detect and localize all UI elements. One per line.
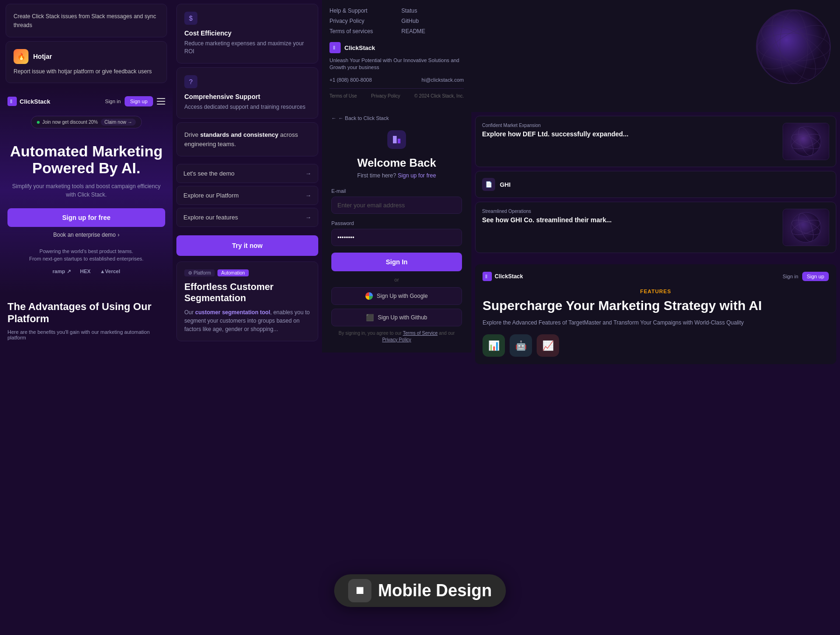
feature-icon-box-3: 📈 — [537, 334, 559, 357]
ghi-icon: 📄 — [482, 178, 495, 191]
password-input[interactable] — [331, 229, 462, 246]
seg-tags: ⚙ Platform Automation — [184, 269, 310, 276]
ghi-card: 📄 GHI — [475, 171, 836, 198]
platform-icon: ⚙ — [188, 270, 194, 275]
footer-copyright: © 2024 Click Stack, Inc. — [414, 93, 464, 99]
segmentation-desc: Our customer segmentation tool, enables … — [184, 308, 310, 333]
features-logo: ClickStack — [483, 272, 523, 281]
status-dot — [37, 121, 40, 124]
features-navbar: ClickStack Sign in Sign up — [483, 272, 829, 281]
comprehensive-support-card: ? Comprehensive Support Access dedicated… — [176, 67, 318, 119]
password-label: Password — [331, 220, 462, 226]
footer-readme-link[interactable]: README — [401, 28, 464, 35]
column-2: $ Cost Efficiency Reduce marketing expen… — [173, 0, 322, 635]
nav-links: Let's see the demo → Explore our Platfor… — [173, 160, 322, 233]
advantages-section: The Advantages of Using Our Platform Her… — [0, 293, 173, 348]
footer-phone: +1 (808) 800-8008 — [329, 77, 372, 83]
hotjar-icon: 🔥 — [14, 49, 28, 64]
features-link-label: Explore our features — [183, 214, 238, 221]
footer-bottom: Terms of Use Privacy Policy © 2024 Click… — [329, 88, 464, 99]
privacy-link[interactable]: Privacy Policy — [382, 337, 411, 342]
case-image-1 — [783, 123, 829, 160]
enterprise-demo-link[interactable]: Book an enterprise demo › — [7, 232, 165, 238]
dollar-icon: $ — [184, 12, 197, 25]
hotjar-description: Report issue with hotjar platform or giv… — [14, 68, 159, 76]
sign-in-submit-button[interactable]: Sign In — [331, 253, 462, 271]
cost-efficiency-desc: Reduce marketing expenses and maximize y… — [184, 40, 310, 56]
claim-button[interactable]: Claim now → — [101, 119, 136, 126]
footer-help-link[interactable]: Help & Support — [329, 7, 392, 14]
platform-link[interactable]: Explore our Platform → — [176, 186, 318, 205]
case-card-ghi: Streamlined Operations See how GHI Co. s… — [475, 202, 836, 253]
features-signin[interactable]: Sign in — [783, 274, 798, 279]
cost-efficiency-card: $ Cost Efficiency Reduce marketing expen… — [176, 4, 318, 64]
case-studies-section: Confident Market Expansion Explore how D… — [471, 112, 840, 261]
svg-point-10 — [791, 212, 821, 242]
hero-title: Automated Marketing Powered By AI. — [7, 143, 165, 176]
case-card-def: Confident Market Expansion Explore how D… — [475, 116, 836, 167]
footer-contact: +1 (808) 800-8008 hi@clickstack.com — [329, 77, 464, 83]
navbar: ClickStack Sign in Sign up — [7, 96, 165, 106]
features-description: Explore the Advanced Features of TargetM… — [483, 318, 829, 327]
login-title: Welcome Back — [331, 156, 462, 169]
brand-vercel: ▲Vercel — [100, 268, 120, 274]
graph-icon: 📈 — [542, 340, 554, 351]
powering-text: Powering the world's best product teams.… — [7, 247, 165, 263]
seg-tag-1: ⚙ Platform — [184, 269, 215, 276]
features-logo-name: ClickStack — [495, 273, 523, 280]
footer-status-link[interactable]: Status — [401, 7, 464, 14]
login-subtitle: First time here? Sign up for free — [331, 172, 462, 179]
footer-tagline: Unleash Your Potential with Our Innovati… — [329, 57, 464, 71]
logo: ClickStack — [7, 97, 50, 106]
footer-privacy-bottom[interactable]: Privacy Policy — [371, 93, 400, 99]
hamburger-icon[interactable] — [157, 98, 165, 105]
hero-section: ClickStack Sign in Sign up Join now get … — [0, 87, 173, 293]
footer-terms-link[interactable]: Terms of services — [329, 28, 392, 35]
google-oauth-button[interactable]: Sign Up with Google — [331, 287, 462, 305]
slack-integration-text: Create Click Stack issues from Slack mes… — [14, 13, 156, 28]
footer-terms-bottom[interactable]: Terms of Use — [329, 93, 357, 99]
features-link[interactable]: Explore our features → — [176, 208, 318, 227]
chevron-right-icon: › — [118, 232, 119, 238]
email-form-group: E-mail — [331, 188, 462, 214]
footer-links-grid: Help & Support Status Privacy Policy Git… — [329, 7, 464, 35]
svg-point-0 — [757, 11, 830, 84]
features-label: FEATURES — [483, 289, 829, 294]
features-signup-btn[interactable]: Sign up — [802, 272, 829, 281]
feature-icon-box-1: 📊 — [483, 334, 505, 357]
seg-tag-2: Automation — [217, 269, 249, 276]
github-oauth-button[interactable]: ⬛ Sign Up with Github — [331, 309, 462, 326]
brand-hex: HEX — [80, 268, 91, 274]
sign-in-button[interactable]: Sign in — [105, 99, 121, 104]
case-title-2: See how GHI Co. streamlined their mark..… — [482, 216, 777, 224]
segmentation-card: ⚙ Platform Automation Effortless Custome… — [176, 261, 318, 341]
back-link[interactable]: ← ← Back to Click Stack — [331, 115, 462, 121]
orb-graphic-top — [756, 9, 831, 84]
or-divider: or — [331, 277, 462, 282]
integration-slack-card: Create Click Stack issues from Slack mes… — [6, 4, 167, 37]
demo-link-label: Let's see the demo — [183, 170, 234, 177]
demo-link[interactable]: Let's see the demo → — [176, 164, 318, 183]
footer-email: hi@clickstack.com — [421, 77, 464, 83]
login-logo — [331, 130, 462, 149]
email-input[interactable] — [331, 197, 462, 214]
signup-link[interactable]: Sign up for free — [398, 172, 436, 179]
nav-actions: Sign in Sign up — [105, 96, 165, 106]
terms-link[interactable]: Terms of Service — [403, 331, 437, 336]
chart-icon: 📊 — [488, 340, 500, 351]
signup-free-button[interactable]: Sign up for free — [7, 208, 165, 227]
mobile-design-badge: ⏹ Mobile Design — [334, 574, 506, 607]
arrow-icon-3: → — [305, 214, 311, 221]
case-card-def-text: Confident Market Expansion Explore how D… — [482, 123, 777, 160]
case-card-ghi-text: Streamlined Operations See how GHI Co. s… — [482, 209, 777, 246]
comprehensive-support-title: Comprehensive Support — [184, 93, 310, 100]
github-icon: ⬛ — [366, 314, 374, 321]
sign-up-button[interactable]: Sign up — [125, 96, 153, 106]
try-it-button[interactable]: Try it now — [176, 235, 318, 256]
consistency-card: Drive standards and consistency across e… — [176, 122, 318, 156]
footer-github-link[interactable]: GitHub — [401, 18, 464, 24]
logo-icon — [7, 97, 17, 106]
hotjar-name: Hotjar — [33, 53, 52, 60]
footer-privacy-link[interactable]: Privacy Policy — [329, 18, 392, 24]
footer-brand-name: ClickStack — [344, 44, 375, 51]
